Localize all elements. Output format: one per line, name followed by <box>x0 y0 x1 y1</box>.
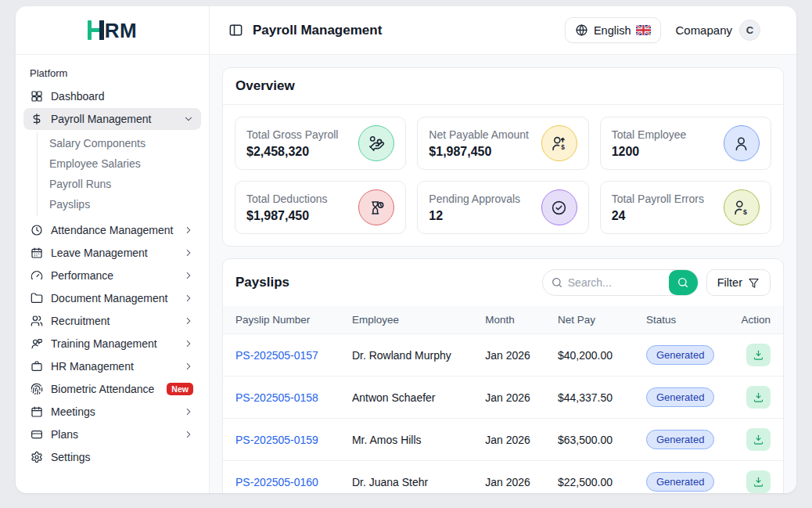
download-button[interactable] <box>746 344 771 366</box>
table-row: PS-202505-0160Dr. Juana StehrJan 2026$22… <box>223 461 783 494</box>
dollar-icon <box>31 113 43 125</box>
sidebar-item-recruitment[interactable]: Recruitment <box>23 310 201 332</box>
chevron-right-icon <box>183 270 194 281</box>
funnel-icon <box>748 277 760 289</box>
status-badge: Generated <box>646 345 714 365</box>
sidebar-item-label: Plans <box>51 428 78 441</box>
sidebar-item-document-management[interactable]: Document Management <box>23 287 201 309</box>
logo-area: RM <box>16 6 210 54</box>
stat-card-total-deductions: Total Deductions$1,987,450 <box>235 181 406 234</box>
chevron-right-icon <box>183 429 194 440</box>
sidebar-subitem-salary-components[interactable]: Salary Components <box>38 133 209 153</box>
payslip-link[interactable]: PS-202505-0158 <box>235 391 318 404</box>
uk-flag-icon <box>636 25 651 35</box>
sidebar-item-leave-management[interactable]: Leave Management <box>23 242 201 264</box>
sidebar-item-label: Recruitment <box>51 315 110 327</box>
sidebar-item-training-management[interactable]: Training Management <box>23 333 201 355</box>
language-button[interactable]: English <box>565 17 662 43</box>
column-header-employee: Employee <box>340 306 472 334</box>
stat-label: Total Payroll Errors <box>612 193 704 205</box>
payslip-link[interactable]: PS-202505-0160 <box>235 476 318 488</box>
month-cell: Jan 2026 <box>472 419 545 461</box>
company-avatar: C <box>739 20 760 41</box>
language-label: English <box>594 24 631 37</box>
status-badge: Generated <box>646 387 714 407</box>
chevron-right-icon <box>183 361 194 372</box>
payslips-header: Payslips Filter <box>223 259 783 306</box>
filter-label: Filter <box>717 276 742 289</box>
hrm-logo: RM <box>88 20 137 41</box>
download-button[interactable] <box>746 428 771 451</box>
sidebar-item-dashboard[interactable]: Dashboard <box>23 85 201 107</box>
chevron-right-icon <box>183 293 194 304</box>
payslip-link[interactable]: PS-202505-0157 <box>235 349 318 362</box>
sidebar-toggle-icon[interactable] <box>228 23 243 38</box>
top-header: RM Payroll Management English <box>16 6 796 55</box>
stat-card-total-employee: Total Employee1200 <box>600 117 771 170</box>
folder-icon <box>31 292 43 304</box>
sidebar-subitem-payroll-runs[interactable]: Payroll Runs <box>38 174 209 194</box>
chevron-right-icon <box>183 315 194 326</box>
fingerprint-icon <box>31 383 43 395</box>
stat-label: Net Payable Amount <box>429 128 529 141</box>
search-button[interactable] <box>669 270 698 295</box>
stat-grid: Total Gross Payroll$2,458,320Net Payable… <box>223 105 783 246</box>
chevron-right-icon <box>183 406 194 417</box>
sidebar-item-biometric-attendance[interactable]: Biometric AttendanceNew <box>23 378 201 400</box>
stat-card-pending-approvals: Pending Approvals12 <box>417 181 588 234</box>
stat-card-total-payroll-errors: Total Payroll Errors24$ <box>600 181 771 234</box>
table-row: PS-202505-0158Antwon SchaeferJan 2026$44… <box>223 376 783 419</box>
netpay-cell: $22,500.00 <box>545 461 634 494</box>
sidebar: Platform DashboardPayroll ManagementSala… <box>16 55 210 493</box>
table-row: PS-202505-0157Dr. Rowland MurphyJan 2026… <box>223 334 783 376</box>
credit-card-icon <box>31 428 43 441</box>
status-badge: Generated <box>646 472 714 492</box>
sidebar-subitem-payslips[interactable]: Payslips <box>38 194 209 214</box>
sidebar-item-plans[interactable]: Plans <box>23 423 201 445</box>
hand-coins-icon <box>358 125 394 161</box>
logo-text: RM <box>105 20 137 41</box>
netpay-cell: $63,500.00 <box>545 419 634 461</box>
sidebar-item-label: Settings <box>51 451 91 463</box>
stat-value: 1200 <box>612 145 687 159</box>
sidebar-item-label: Attendance Management <box>51 224 173 236</box>
stat-value: $1,987,450 <box>429 145 529 159</box>
filter-button[interactable]: Filter <box>706 269 771 296</box>
new-badge: New <box>167 383 193 395</box>
gauge-icon <box>31 269 43 282</box>
dashboard-icon <box>31 90 43 103</box>
sidebar-item-label: Training Management <box>51 337 157 350</box>
user-icon <box>724 125 760 161</box>
company-menu[interactable]: Comapany C <box>675 20 760 41</box>
users-icon <box>31 315 43 327</box>
payslip-link[interactable]: PS-202505-0159 <box>235 434 318 446</box>
sidebar-item-settings[interactable]: Settings <box>23 446 201 468</box>
stat-text: Net Payable Amount$1,987,450 <box>429 128 529 159</box>
sidebar-item-attendance-management[interactable]: Attendance Management <box>23 219 201 241</box>
calendar-icon <box>31 405 43 418</box>
sidebar-item-label: HR Management <box>51 360 134 373</box>
chevron-right-icon <box>183 338 194 349</box>
payslips-table: Payslip NumberEmployeeMonthNet PayStatus… <box>223 306 783 493</box>
stat-text: Pending Approvals12 <box>429 193 520 223</box>
svg-text:$: $ <box>561 143 565 151</box>
netpay-cell: $40,200.00 <box>545 334 634 376</box>
overview-header: Overview <box>223 68 783 105</box>
sidebar-item-meetings[interactable]: Meetings <box>23 401 201 423</box>
stat-label: Total Gross Payroll <box>246 128 338 141</box>
employee-cell: Mr. Amos Hills <box>340 419 472 461</box>
sidebar-subitem-employee-salaries[interactable]: Employee Salaries <box>38 153 209 174</box>
sidebar-item-hr-management[interactable]: HR Management <box>23 355 201 377</box>
stat-value: 12 <box>429 209 520 223</box>
stat-label: Total Deductions <box>246 193 328 205</box>
download-button[interactable] <box>746 470 771 493</box>
sidebar-item-performance[interactable]: Performance <box>23 265 201 286</box>
table-header-row: Payslip NumberEmployeeMonthNet PayStatus… <box>223 306 783 334</box>
sidebar-item-payroll-management[interactable]: Payroll Management <box>23 108 201 130</box>
download-button[interactable] <box>746 386 771 409</box>
column-header-month: Month <box>472 306 545 334</box>
search-box <box>542 269 699 296</box>
main-content: Overview Total Gross Payroll$2,458,320Ne… <box>210 55 796 493</box>
column-header-action: Action <box>728 306 783 334</box>
employee-cell: Antwon Schaefer <box>340 376 472 419</box>
